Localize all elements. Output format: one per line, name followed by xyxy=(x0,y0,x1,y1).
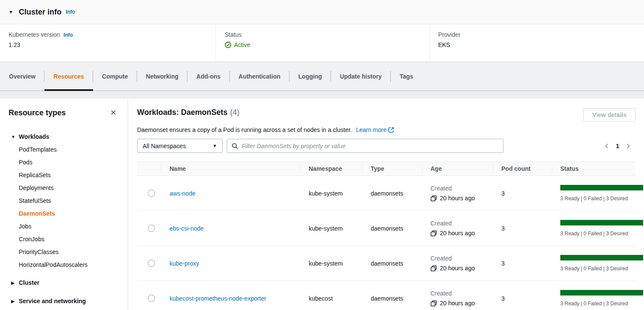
namespace-select[interactable]: All Namespaces ▼ xyxy=(137,139,222,153)
daemonset-filter-searchbox xyxy=(227,139,503,153)
close-icon[interactable]: ✕ xyxy=(108,108,119,117)
column-header-pod-count: Pod count xyxy=(493,162,552,175)
copy-icon[interactable] xyxy=(430,300,437,307)
pod-count-cell: 3 xyxy=(493,295,552,302)
triangle-down-icon: ▼ xyxy=(11,135,19,139)
copy-icon[interactable] xyxy=(430,265,437,272)
copy-icon[interactable] xyxy=(430,230,437,237)
kubernetes-version-value: 1.23 xyxy=(9,41,216,48)
status-check-icon xyxy=(225,41,231,48)
row-radio-button[interactable] xyxy=(148,190,155,197)
tab-resources[interactable]: Resources xyxy=(44,62,93,91)
tab-authentication[interactable]: Authentication xyxy=(230,62,290,91)
filter-row: All Namespaces ▼ 1 xyxy=(137,139,635,153)
select-column-header xyxy=(137,162,161,175)
row-count: (4) xyxy=(230,108,240,117)
panel-title: Workloads: DaemonSets(4) xyxy=(137,108,240,117)
sidebar-item-podtemplates[interactable]: PodTemplates xyxy=(9,143,119,156)
type-cell: daemonsets xyxy=(362,225,422,232)
status-caption: 3 Ready | 0 Failed | 3 Desired xyxy=(560,266,643,272)
sidebar-item-deployments[interactable]: Deployments xyxy=(9,181,119,194)
resource-types-tree: ▼ Workloads PodTemplates Pods ReplicaSet… xyxy=(9,130,119,307)
tab-compute[interactable]: Compute xyxy=(93,62,137,91)
page-title: Cluster info xyxy=(19,8,61,17)
status-cell: 3 Ready | 0 Failed | 3 Desired xyxy=(552,220,643,237)
provider-value: EKS xyxy=(438,41,644,48)
cluster-info-header: ▼ Cluster info Info xyxy=(0,0,644,24)
cluster-tabs: Overview Resources Compute Networking Ad… xyxy=(0,62,644,91)
previous-page-icon[interactable] xyxy=(604,143,610,149)
daemonset-name-link[interactable]: kubecost-prometheus-node-exporter xyxy=(170,295,266,302)
learn-more-link[interactable]: Learn more xyxy=(356,126,395,133)
row-radio-button[interactable] xyxy=(148,260,155,267)
sidebar-item-cronjobs[interactable]: CronJobs xyxy=(9,233,119,246)
age-cell: Created 20 hours ago xyxy=(422,220,493,237)
type-cell: daemonsets xyxy=(362,190,422,197)
namespace-cell: kube-system xyxy=(300,190,362,197)
cluster-info-card: Kubernetes versionInfo 1.23 Status Activ… xyxy=(0,24,644,62)
pod-count-cell: 3 xyxy=(493,260,552,267)
pagination: 1 xyxy=(604,143,635,149)
sidebar-item-replicasets[interactable]: ReplicaSets xyxy=(9,169,119,181)
age-cell: Created 20 hours ago xyxy=(422,255,493,272)
resources-content: Resource types ✕ ▼ Workloads PodTemplate… xyxy=(0,99,644,310)
status-label: Status xyxy=(225,31,429,38)
type-cell: daemonsets xyxy=(362,295,422,302)
sidebar-group-cluster[interactable]: ▶ Cluster xyxy=(9,276,119,289)
table-row: kubecost-prometheus-node-exporter kubeco… xyxy=(137,281,635,310)
resource-types-sidebar: Resource types ✕ ▼ Workloads PodTemplate… xyxy=(0,99,128,310)
sidebar-item-jobs[interactable]: Jobs xyxy=(9,220,119,233)
daemonset-name-link[interactable]: kube-proxy xyxy=(170,260,199,267)
namespace-cell: kube-system xyxy=(300,225,362,232)
table-header: Name Namespace Type Age Pod count Status xyxy=(137,161,635,176)
current-page[interactable]: 1 xyxy=(616,143,619,149)
search-input[interactable] xyxy=(242,143,499,149)
kubernetes-version-label: Kubernetes versionInfo xyxy=(9,31,216,38)
daemonsets-panel: Workloads: DaemonSets(4) View details Da… xyxy=(128,99,644,310)
provider-field: Provider EKS xyxy=(429,24,644,61)
namespace-cell: kubecost xyxy=(300,295,362,302)
panel-description: Daemonset ensures a copy of a Pod is run… xyxy=(137,126,635,133)
sidebar-group-service-and-networking[interactable]: ▶ Service and networking xyxy=(9,295,119,307)
tab-update-history[interactable]: Update history xyxy=(331,62,391,91)
sidebar-item-daemonsets[interactable]: DaemonSets xyxy=(9,207,119,220)
status-caption: 3 Ready | 0 Failed | 3 Desired xyxy=(560,301,643,307)
tab-overview[interactable]: Overview xyxy=(0,62,44,91)
status-value: Active xyxy=(225,41,429,48)
provider-label: Provider xyxy=(438,31,644,38)
tab-tags[interactable]: Tags xyxy=(391,62,422,91)
column-header-status: Status xyxy=(552,162,635,175)
view-details-button[interactable]: View details xyxy=(583,108,635,122)
kubernetes-version-info-link[interactable]: Info xyxy=(64,32,73,38)
daemonset-name-link[interactable]: aws-node xyxy=(170,190,196,197)
table-row: ebs-csi-node kube-system daemonsets Crea… xyxy=(137,211,635,246)
sidebar-item-priorityclasses[interactable]: PriorityClasses xyxy=(9,246,119,258)
row-radio-button[interactable] xyxy=(148,225,155,232)
sidebar-item-pods[interactable]: Pods xyxy=(9,156,119,169)
column-header-namespace: Namespace xyxy=(300,162,362,175)
status-caption: 3 Ready | 0 Failed | 3 Desired xyxy=(560,231,643,237)
table-row: aws-node kube-system daemonsets Created … xyxy=(137,176,635,211)
daemonset-name-link[interactable]: ebs-csi-node xyxy=(170,225,204,232)
external-link-icon xyxy=(388,127,394,133)
copy-icon[interactable] xyxy=(430,195,437,202)
pod-count-cell: 3 xyxy=(493,190,552,197)
namespace-cell: kube-system xyxy=(300,260,362,267)
tab-logging[interactable]: Logging xyxy=(290,62,331,91)
status-bar xyxy=(560,185,643,190)
status-bar xyxy=(560,255,643,260)
row-radio-button[interactable] xyxy=(148,295,155,302)
tab-networking[interactable]: Networking xyxy=(137,62,187,91)
tab-add-ons[interactable]: Add-ons xyxy=(187,62,230,91)
type-cell: daemonsets xyxy=(362,260,422,267)
sidebar-item-horizontalpodautoscalers[interactable]: HorizontalPodAutoscalers xyxy=(9,258,119,271)
next-page-icon[interactable] xyxy=(625,143,631,149)
collapse-triangle-icon[interactable]: ▼ xyxy=(9,9,13,15)
age-cell: Created 20 hours ago xyxy=(422,185,493,202)
triangle-right-icon: ▶ xyxy=(11,299,19,304)
sidebar-group-workloads[interactable]: ▼ Workloads xyxy=(9,130,119,143)
status-bar xyxy=(560,290,643,295)
sidebar-item-statefulsets[interactable]: StatefulSets xyxy=(9,194,119,207)
status-field: Status Active xyxy=(216,24,429,61)
cluster-info-info-link[interactable]: Info xyxy=(66,9,75,15)
